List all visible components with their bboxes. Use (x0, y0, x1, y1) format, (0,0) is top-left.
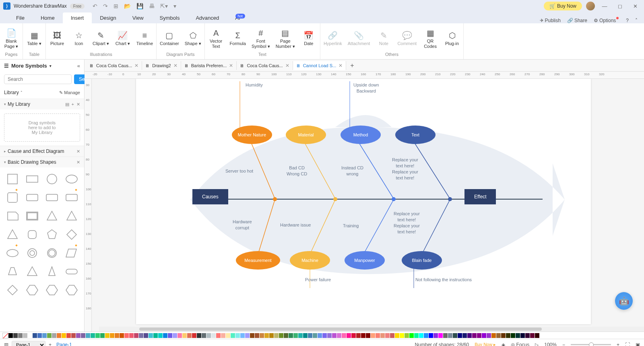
color-swatch[interactable] (279, 333, 283, 338)
doc-tab-close-icon[interactable]: ✕ (285, 63, 289, 68)
shape-stencil[interactable] (4, 282, 21, 298)
lib-add-icon[interactable]: + (72, 102, 74, 107)
shape-stencil[interactable] (64, 245, 80, 261)
label-instead[interactable]: Instead CD wrong (341, 165, 363, 177)
color-swatch[interactable] (371, 333, 375, 338)
focus-button[interactable]: ◎ Focus (511, 342, 529, 346)
cat-method[interactable]: Method (341, 126, 381, 144)
shape-stencil[interactable] (4, 264, 21, 279)
no-fill-swatch[interactable] (2, 333, 8, 338)
color-swatch[interactable] (380, 333, 385, 338)
zoom-slider[interactable] (571, 344, 611, 345)
label-hwissue[interactable]: Hardware issue (280, 222, 311, 228)
qat-more-icon[interactable]: ▾ (173, 3, 176, 9)
color-swatch[interactable] (134, 333, 138, 338)
color-swatch[interactable] (298, 333, 303, 338)
label-power[interactable]: Power failure (305, 277, 331, 283)
color-swatch[interactable] (197, 333, 201, 338)
export-icon[interactable]: ⇱▾ (160, 3, 168, 9)
color-swatch[interactable] (95, 333, 100, 338)
shape-stencil[interactable] (24, 245, 40, 261)
color-swatch[interactable] (115, 333, 119, 338)
shape-stencil[interactable] (64, 282, 80, 298)
color-swatch[interactable] (52, 333, 56, 338)
color-swatch[interactable] (153, 333, 158, 338)
library-dropzone[interactable]: Drag symbols here to add to My Library (4, 113, 80, 142)
menu-tab-insert[interactable]: Insert (63, 12, 92, 23)
label-replace-top[interactable]: Replace your text here! Replace your tex… (392, 157, 418, 181)
color-swatch[interactable] (47, 333, 52, 338)
label-hwcorrupt[interactable]: Hardware corrupt (233, 219, 252, 231)
color-swatch[interactable] (351, 333, 356, 338)
color-swatch[interactable] (62, 333, 66, 338)
color-swatch[interactable] (250, 333, 254, 338)
color-swatch[interactable] (110, 333, 114, 338)
cat-blain-fade[interactable]: Blain fade (402, 251, 442, 270)
color-swatch[interactable] (501, 333, 506, 338)
color-swatch[interactable] (76, 333, 80, 338)
color-swatch[interactable] (342, 333, 346, 338)
color-swatch[interactable] (173, 333, 177, 338)
shape-stencil[interactable] (64, 190, 80, 205)
color-swatch[interactable] (202, 333, 206, 338)
color-swatch[interactable] (42, 333, 47, 338)
color-swatch[interactable] (530, 333, 535, 338)
color-swatch[interactable] (216, 333, 221, 338)
section-close-icon[interactable]: ✕ (76, 149, 80, 154)
fullscreen-icon[interactable]: ▣ (636, 342, 640, 346)
color-swatch[interactable] (168, 333, 172, 338)
color-swatch[interactable] (318, 333, 322, 338)
color-swatch[interactable] (120, 333, 124, 338)
color-swatch[interactable] (57, 333, 61, 338)
color-swatch[interactable] (149, 333, 153, 338)
section-cause-effect[interactable]: ▸Cause and Effect Diagram ✕ (0, 146, 84, 157)
label-server[interactable]: Server too hot (225, 168, 253, 174)
menu-tab-design[interactable]: Design (92, 12, 124, 23)
color-swatch[interactable] (322, 333, 327, 338)
doc-tab-close-icon[interactable]: ✕ (229, 63, 233, 68)
color-swatch[interactable] (226, 333, 230, 338)
ribbon-clipart-[interactable]: ✎Clipart ▾ (93, 31, 109, 46)
undo-icon[interactable]: ↶ (93, 3, 97, 9)
color-swatch[interactable] (414, 333, 419, 338)
color-swatch[interactable] (433, 333, 438, 338)
new-icon[interactable]: ⊞ (114, 3, 118, 9)
menu-tab-file[interactable]: File (8, 12, 33, 23)
color-swatch[interactable] (206, 333, 211, 338)
color-swatch[interactable] (400, 333, 404, 338)
color-swatch[interactable] (462, 333, 467, 338)
buy-now-status[interactable]: Buy Now ▸ (475, 342, 496, 346)
save-icon[interactable]: 💾 (136, 3, 143, 9)
user-avatar[interactable] (586, 2, 595, 10)
doc-tab[interactable]: 🗎Coca Cola Caus...✕ (86, 61, 142, 70)
layers-icon[interactable]: ◈ (502, 342, 505, 346)
doc-tab-close-icon[interactable]: ✕ (173, 63, 178, 68)
label-upside[interactable]: Upside down Backward (353, 82, 379, 94)
cat-text[interactable]: Text (395, 126, 436, 144)
color-swatch[interactable] (438, 333, 443, 338)
page-surface[interactable]: Causes Effect (136, 79, 591, 324)
color-swatch[interactable] (91, 333, 95, 338)
color-swatch[interactable] (308, 333, 312, 338)
cat-manpower[interactable]: Manpower (345, 251, 385, 270)
color-swatch[interactable] (332, 333, 336, 338)
ribbon-chart-[interactable]: 📈Chart ▾ (115, 31, 131, 46)
ribbon-page-number-[interactable]: ▤PageNumber ▾ (276, 28, 295, 48)
options-button[interactable]: ⚙ Options (594, 18, 619, 23)
color-swatch[interactable] (472, 333, 477, 338)
color-swatch[interactable] (467, 333, 472, 338)
color-swatch[interactable] (443, 333, 448, 338)
label-humidity[interactable]: Humidity (246, 82, 263, 88)
color-swatch[interactable] (124, 333, 129, 338)
shape-stencil[interactable] (44, 227, 60, 242)
shape-stencil[interactable] (44, 208, 60, 224)
color-swatch[interactable] (269, 333, 274, 338)
color-swatch[interactable] (255, 333, 259, 338)
color-swatch[interactable] (496, 333, 501, 338)
doc-tab[interactable]: 🗎Cannot Load S...✕ (293, 61, 347, 70)
shape-stencil[interactable] (24, 171, 40, 187)
color-swatch[interactable] (187, 333, 192, 338)
color-swatch[interactable] (274, 333, 279, 338)
shape-stencil[interactable] (4, 171, 21, 187)
ribbon-container[interactable]: ▢Container (160, 31, 179, 46)
